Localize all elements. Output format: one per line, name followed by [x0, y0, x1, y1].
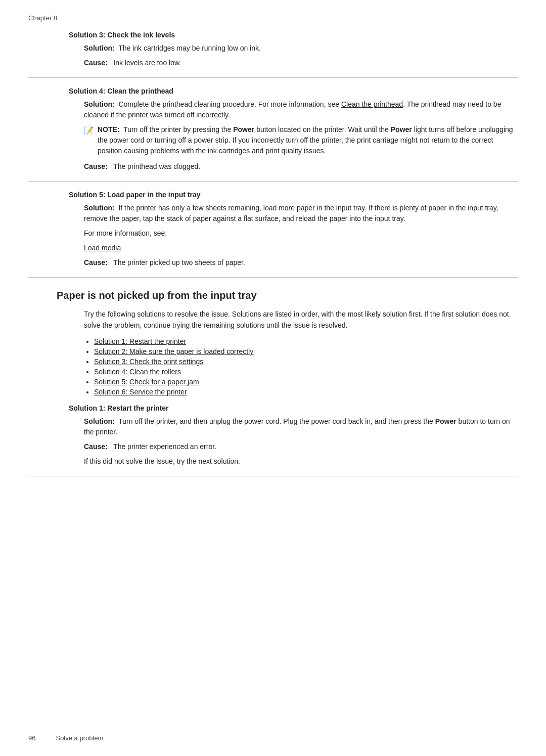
solution-5-link-wrapper: Load media: [84, 243, 518, 253]
solution-5-more-info: For more information, see:: [84, 228, 518, 239]
main-section: Paper is not picked up from the input tr…: [28, 290, 518, 467]
note-power-2: Power: [391, 125, 412, 134]
solution-3-cause-text: Ink levels are too low.: [113, 59, 181, 67]
solution-4-cause-text: The printhead was clogged.: [113, 162, 200, 170]
restart-heading: Solution 1: Restart the printer: [69, 404, 518, 412]
divider-1: [28, 77, 518, 78]
note-label: NOTE:: [98, 125, 120, 134]
bullet-link-3[interactable]: Solution 3: Check the print settings: [94, 358, 203, 366]
solution-4-solution-label: Solution:: [84, 100, 115, 108]
restart-solution-label: Solution:: [84, 417, 115, 425]
clean-printhead-link[interactable]: Clean the printhead: [341, 100, 403, 108]
restart-power-bold: Power: [435, 417, 457, 425]
list-item: Solution 6: Service the printer: [94, 388, 518, 396]
page-number: 96: [28, 734, 35, 742]
restart-cause-label: Cause:: [84, 442, 108, 451]
bullet-link-2[interactable]: Solution 2: Make sure the paper is loade…: [94, 347, 253, 355]
solution-4-solution: Solution: Complete the printhead cleanin…: [84, 99, 518, 120]
solution-3-heading: Solution 3: Check the ink levels: [69, 31, 518, 39]
solution-5-cause: Cause: The printer picked up two sheets …: [84, 257, 518, 268]
divider-3: [28, 277, 518, 278]
bullet-link-4[interactable]: Solution 4: Clean the rollers: [94, 368, 181, 376]
solution-4-cause: Cause: The printhead was clogged.: [84, 161, 518, 172]
chapter-label: Chapter 8: [28, 14, 518, 22]
restart-cause: Cause: The printer experienced an error.: [84, 441, 518, 452]
solution-5-heading: Solution 5: Load paper in the input tray: [69, 191, 518, 199]
solution-4-cause-label: Cause:: [84, 162, 108, 170]
list-item: Solution 3: Check the print settings: [94, 358, 518, 366]
main-section-intro: Try the following solutions to resolve t…: [84, 308, 518, 331]
solution-5-section: Solution 5: Load paper in the input tray…: [28, 191, 518, 268]
solution-3-solution: Solution: The ink cartridges may be runn…: [84, 43, 518, 54]
restart-cause-text: The printer experienced an error.: [113, 442, 216, 451]
solution-5-cause-label: Cause:: [84, 258, 108, 266]
list-item: Solution 5: Check for a paper jam: [94, 378, 518, 386]
restart-solution-text: Turn off the printer, and then unplug th…: [118, 417, 433, 425]
restart-followup: If this did not solve the issue, try the…: [84, 456, 518, 467]
list-item: Solution 2: Make sure the paper is loade…: [94, 347, 518, 355]
solution-4-solution-text: Complete the printhead cleaning procedur…: [118, 100, 339, 108]
solution-3-cause-label: Cause:: [84, 59, 108, 67]
bullet-link-5[interactable]: Solution 5: Check for a paper jam: [94, 378, 199, 386]
main-section-bullets: Solution 1: Restart the printer Solution…: [94, 337, 518, 396]
note-text-1: Turn off the printer by pressing the: [123, 125, 231, 134]
solution-3-cause: Cause: Ink levels are too low.: [84, 58, 518, 68]
divider-4: [28, 476, 518, 476]
restart-solution-body: Solution: Turn off the printer, and then…: [84, 416, 518, 437]
solution-4-note: 📝 NOTE: Turn off the printer by pressing…: [84, 124, 518, 156]
page-footer: 96 Solve a problem: [28, 734, 103, 742]
bullet-link-6[interactable]: Solution 6: Service the printer: [94, 388, 187, 396]
note-icon: 📝: [84, 125, 94, 156]
load-media-link[interactable]: Load media: [84, 244, 121, 252]
solution-4-heading: Solution 4: Clean the printhead: [69, 87, 518, 95]
divider-2: [28, 181, 518, 182]
restart-solution-section: Solution 1: Restart the printer Solution…: [28, 404, 518, 467]
solution-3-section: Solution 3: Check the ink levels Solutio…: [28, 31, 518, 68]
solution-5-solution-label: Solution:: [84, 204, 115, 212]
solution-3-solution-text: The ink cartridges may be running low on…: [118, 44, 261, 52]
solution-4-section: Solution 4: Clean the printhead Solution…: [28, 87, 518, 172]
note-text-2: button located on the printer. Wait unti…: [256, 125, 389, 134]
solution-5-cause-text: The printer picked up two sheets of pape…: [113, 258, 245, 266]
list-item: Solution 1: Restart the printer: [94, 337, 518, 345]
note-power-1: Power: [233, 125, 254, 134]
note-text: NOTE: Turn off the printer by pressing t…: [98, 124, 518, 156]
footer-section: Solve a problem: [56, 734, 103, 742]
list-item: Solution 4: Clean the rollers: [94, 368, 518, 376]
solution-5-solution: Solution: If the printer has only a few …: [84, 203, 518, 224]
bullet-link-1[interactable]: Solution 1: Restart the printer: [94, 337, 186, 345]
solution-3-solution-label: Solution:: [84, 44, 115, 52]
solution-5-more-info-text: For more information, see:: [84, 229, 167, 237]
solution-5-solution-text: If the printer has only a few sheets rem…: [84, 204, 498, 223]
main-section-heading: Paper is not picked up from the input tr…: [57, 290, 518, 301]
